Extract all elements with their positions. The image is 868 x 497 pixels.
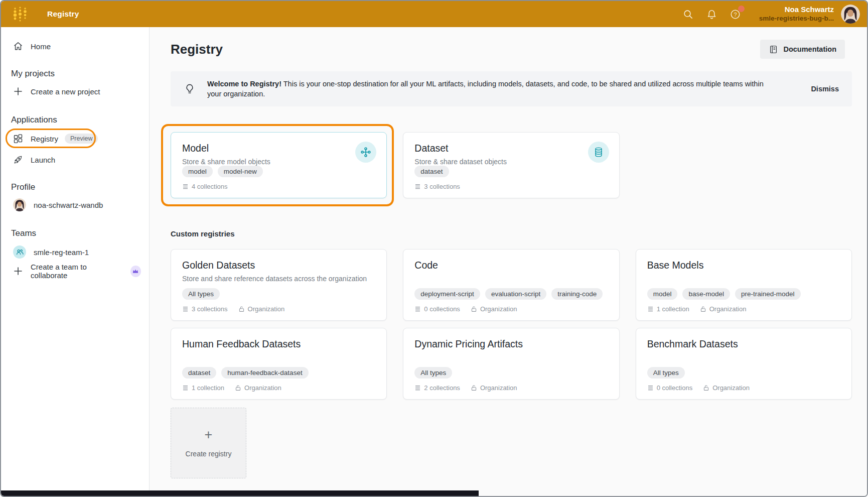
lock-icon (700, 306, 706, 312)
profile-avatar (13, 198, 26, 211)
main-header: Registry Documentation (171, 39, 852, 59)
collections-count: 0 collections (424, 305, 460, 313)
card-description: Store and share reference datasets acros… (182, 275, 375, 283)
dataset-registry-card[interactable]: Dataset Store & share dataset objects da… (403, 132, 619, 198)
sidebar-item-create-team[interactable]: Create a team to collaborate (1, 262, 149, 280)
visibility-label: Organization (709, 305, 747, 313)
sidebar-item-profile[interactable]: noa-schwartz-wandb (1, 196, 149, 214)
tag-pill: dataset (182, 367, 216, 379)
collections-count: 0 collections (657, 384, 693, 392)
tag-pill: training-code (551, 288, 603, 300)
tag-pill: human-feedback-dataset (221, 367, 308, 379)
user-name: Noa Schwartz (759, 5, 834, 15)
visibility-label: Organization (244, 384, 281, 392)
tag-list: dataset (414, 166, 608, 177)
card-footer: 0 collections Organization (414, 305, 608, 313)
user-menu[interactable]: Noa Schwartz smle-registries-bug-b... (759, 5, 834, 23)
collections-count: 1 collection (192, 384, 224, 392)
lock-icon (703, 385, 709, 391)
dismiss-button[interactable]: Dismiss (811, 85, 839, 93)
sidebar-item-label: Registry (31, 135, 58, 143)
plus-icon (13, 86, 23, 96)
profile-header: Profile (1, 182, 149, 193)
bell-icon[interactable] (706, 9, 717, 20)
lock-icon (238, 306, 245, 312)
sidebar-item-label: smle-reg-team-1 (34, 248, 89, 257)
teams-header: Teams (1, 228, 149, 239)
registry-grid-icon (13, 134, 23, 144)
sidebar-item-create-project[interactable]: Create a new project (1, 82, 149, 100)
collections-icon (182, 183, 189, 190)
card-footer: 2 collections Organization (414, 384, 608, 392)
collections-count: 3 collections (192, 305, 228, 313)
sidebar-item-label: Create a new project (31, 87, 100, 96)
tag-list: deployment-scriptevaluation-scripttraini… (414, 288, 608, 300)
sidebar-item-home[interactable]: Home (1, 37, 149, 55)
applications-header: Applications (1, 114, 149, 126)
collections-icon (414, 183, 421, 190)
model-card-wrapper: Model Store & share model objects modelm… (171, 132, 387, 198)
tag-list: modelbase-modelpre-trained-model (647, 288, 840, 300)
tag-pill: base-model (682, 288, 730, 300)
card-footer: 3 collections (414, 183, 608, 190)
visibility-label: Organization (248, 305, 285, 313)
card-footer: 1 collection Organization (182, 384, 375, 392)
sidebar-item-label: Home (31, 42, 51, 51)
tag-list: datasethuman-feedback-dataset (182, 367, 375, 379)
banner-message: This is your one-stop destination for al… (207, 80, 764, 98)
documentation-button[interactable]: Documentation (760, 40, 845, 59)
tag-pill: dataset (414, 166, 449, 177)
sidebar-item-launch[interactable]: Launch (1, 151, 149, 169)
svg-text:?: ? (734, 11, 737, 17)
search-icon[interactable] (682, 9, 694, 20)
tag-pill: deployment-script (414, 288, 480, 300)
custom-registry-card[interactable]: Benchmark Datasets All types 0 collectio… (636, 328, 852, 400)
custom-registry-card[interactable]: Human Feedback Datasets datasethuman-fee… (171, 328, 387, 400)
collections-icon (647, 385, 654, 391)
custom-registry-card[interactable]: Base Models modelbase-modelpre-trained-m… (636, 249, 852, 321)
card-footer: 0 collections Organization (647, 384, 840, 392)
lock-icon (471, 385, 477, 391)
documentation-label: Documentation (783, 45, 836, 53)
create-registry-button[interactable]: + Create registry (171, 408, 246, 478)
card-title: Golden Datasets (182, 260, 375, 271)
bottom-strip (1, 490, 479, 496)
custom-registry-card[interactable]: Dynamic Pricing Artifacts All types 2 co… (403, 328, 619, 400)
collections-icon (414, 306, 421, 312)
help-icon[interactable]: ? (730, 9, 741, 20)
card-title: Benchmark Datasets (647, 338, 840, 350)
tag-pill: All types (414, 367, 452, 379)
collections-icon (647, 306, 654, 312)
sidebar-item-team[interactable]: smle-reg-team-1 (1, 243, 149, 261)
banner-text: Welcome to Registry! This is your one-st… (207, 79, 764, 99)
core-registries-grid: Model Store & share model objects modelm… (171, 132, 852, 198)
user-avatar[interactable] (841, 5, 860, 24)
custom-registry-card[interactable]: Golden Datasets Store and share referenc… (171, 249, 387, 321)
custom-registries-header: Custom registries (171, 229, 852, 238)
card-title: Human Feedback Datasets (182, 338, 375, 350)
collections-count: 3 collections (424, 183, 460, 190)
plus-icon (13, 266, 23, 276)
main-content: Registry Documentation Welcome to Regist… (150, 27, 867, 496)
collections-count: 2 collections (424, 384, 460, 392)
custom-registry-card[interactable]: Code deployment-scriptevaluation-scriptt… (403, 249, 619, 321)
card-footer: 1 collection Organization (647, 305, 840, 313)
tag-pill: evaluation-script (485, 288, 546, 300)
card-footer: 3 collections Organization (182, 305, 375, 313)
model-registry-card[interactable]: Model Store & share model objects modelm… (171, 132, 387, 198)
tag-pill: pre-trained-model (735, 288, 801, 300)
visibility-label: Organization (712, 384, 750, 392)
sidebar-item-label: Launch (31, 156, 55, 164)
plus-icon: + (205, 428, 213, 442)
lock-icon (471, 306, 477, 312)
sidebar-item-label: noa-schwartz-wandb (34, 201, 103, 209)
visibility-label: Organization (480, 305, 517, 313)
sidebar-item-registry[interactable]: Registry Preview (1, 130, 149, 148)
collections-icon (182, 385, 189, 391)
welcome-banner: Welcome to Registry! This is your one-st… (171, 71, 852, 106)
card-description: Store & share model objects (182, 158, 375, 166)
tag-pill: model (647, 288, 678, 300)
user-org: smle-registries-bug-b... (759, 15, 834, 23)
wandb-logo[interactable] (11, 6, 29, 23)
tag-list: modelmodel-new (182, 166, 375, 177)
